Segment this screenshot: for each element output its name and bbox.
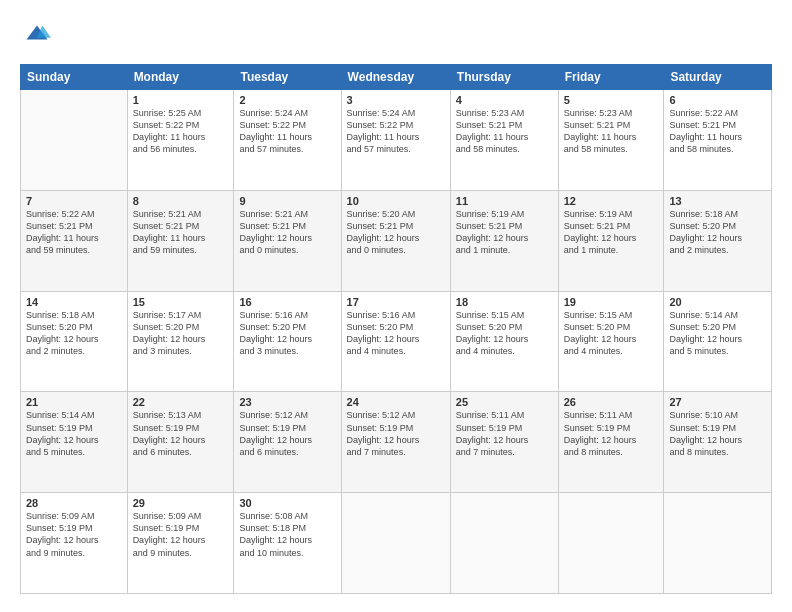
day-info: Sunrise: 5:13 AM Sunset: 5:19 PM Dayligh… <box>133 409 229 458</box>
day-number: 22 <box>133 396 229 408</box>
weekday-header-tuesday: Tuesday <box>234 65 341 90</box>
day-number: 27 <box>669 396 766 408</box>
week-row-5: 28Sunrise: 5:09 AM Sunset: 5:19 PM Dayli… <box>21 493 772 594</box>
header <box>20 18 772 54</box>
day-number: 26 <box>564 396 659 408</box>
day-number: 1 <box>133 94 229 106</box>
day-info: Sunrise: 5:19 AM Sunset: 5:21 PM Dayligh… <box>456 208 553 257</box>
weekday-header-thursday: Thursday <box>450 65 558 90</box>
calendar-cell: 29Sunrise: 5:09 AM Sunset: 5:19 PM Dayli… <box>127 493 234 594</box>
day-number: 24 <box>347 396 445 408</box>
calendar-cell: 28Sunrise: 5:09 AM Sunset: 5:19 PM Dayli… <box>21 493 128 594</box>
day-number: 13 <box>669 195 766 207</box>
weekday-header-saturday: Saturday <box>664 65 772 90</box>
week-row-4: 21Sunrise: 5:14 AM Sunset: 5:19 PM Dayli… <box>21 392 772 493</box>
calendar-cell: 1Sunrise: 5:25 AM Sunset: 5:22 PM Daylig… <box>127 90 234 191</box>
calendar-cell: 13Sunrise: 5:18 AM Sunset: 5:20 PM Dayli… <box>664 190 772 291</box>
page: SundayMondayTuesdayWednesdayThursdayFrid… <box>0 0 792 612</box>
calendar-cell: 3Sunrise: 5:24 AM Sunset: 5:22 PM Daylig… <box>341 90 450 191</box>
day-info: Sunrise: 5:12 AM Sunset: 5:19 PM Dayligh… <box>239 409 335 458</box>
calendar-cell: 30Sunrise: 5:08 AM Sunset: 5:18 PM Dayli… <box>234 493 341 594</box>
day-number: 10 <box>347 195 445 207</box>
weekday-header-row: SundayMondayTuesdayWednesdayThursdayFrid… <box>21 65 772 90</box>
day-number: 29 <box>133 497 229 509</box>
day-number: 30 <box>239 497 335 509</box>
calendar-cell: 5Sunrise: 5:23 AM Sunset: 5:21 PM Daylig… <box>558 90 664 191</box>
calendar-cell <box>558 493 664 594</box>
weekday-header-wednesday: Wednesday <box>341 65 450 90</box>
calendar-cell: 20Sunrise: 5:14 AM Sunset: 5:20 PM Dayli… <box>664 291 772 392</box>
day-number: 17 <box>347 296 445 308</box>
calendar-cell <box>450 493 558 594</box>
day-info: Sunrise: 5:11 AM Sunset: 5:19 PM Dayligh… <box>564 409 659 458</box>
day-info: Sunrise: 5:16 AM Sunset: 5:20 PM Dayligh… <box>347 309 445 358</box>
day-number: 6 <box>669 94 766 106</box>
calendar-table: SundayMondayTuesdayWednesdayThursdayFrid… <box>20 64 772 594</box>
day-number: 15 <box>133 296 229 308</box>
calendar-cell: 17Sunrise: 5:16 AM Sunset: 5:20 PM Dayli… <box>341 291 450 392</box>
calendar-cell: 2Sunrise: 5:24 AM Sunset: 5:22 PM Daylig… <box>234 90 341 191</box>
weekday-header-friday: Friday <box>558 65 664 90</box>
calendar-cell: 16Sunrise: 5:16 AM Sunset: 5:20 PM Dayli… <box>234 291 341 392</box>
day-info: Sunrise: 5:19 AM Sunset: 5:21 PM Dayligh… <box>564 208 659 257</box>
day-info: Sunrise: 5:09 AM Sunset: 5:19 PM Dayligh… <box>26 510 122 559</box>
calendar-cell: 24Sunrise: 5:12 AM Sunset: 5:19 PM Dayli… <box>341 392 450 493</box>
day-info: Sunrise: 5:24 AM Sunset: 5:22 PM Dayligh… <box>239 107 335 156</box>
calendar-cell: 27Sunrise: 5:10 AM Sunset: 5:19 PM Dayli… <box>664 392 772 493</box>
day-info: Sunrise: 5:23 AM Sunset: 5:21 PM Dayligh… <box>456 107 553 156</box>
calendar-cell <box>664 493 772 594</box>
day-info: Sunrise: 5:21 AM Sunset: 5:21 PM Dayligh… <box>133 208 229 257</box>
day-number: 2 <box>239 94 335 106</box>
calendar-cell: 11Sunrise: 5:19 AM Sunset: 5:21 PM Dayli… <box>450 190 558 291</box>
day-info: Sunrise: 5:21 AM Sunset: 5:21 PM Dayligh… <box>239 208 335 257</box>
calendar-cell: 4Sunrise: 5:23 AM Sunset: 5:21 PM Daylig… <box>450 90 558 191</box>
day-number: 11 <box>456 195 553 207</box>
calendar-cell: 7Sunrise: 5:22 AM Sunset: 5:21 PM Daylig… <box>21 190 128 291</box>
day-info: Sunrise: 5:22 AM Sunset: 5:21 PM Dayligh… <box>669 107 766 156</box>
day-number: 7 <box>26 195 122 207</box>
day-info: Sunrise: 5:24 AM Sunset: 5:22 PM Dayligh… <box>347 107 445 156</box>
calendar-cell <box>341 493 450 594</box>
calendar-cell: 23Sunrise: 5:12 AM Sunset: 5:19 PM Dayli… <box>234 392 341 493</box>
day-info: Sunrise: 5:23 AM Sunset: 5:21 PM Dayligh… <box>564 107 659 156</box>
day-number: 19 <box>564 296 659 308</box>
calendar-cell: 22Sunrise: 5:13 AM Sunset: 5:19 PM Dayli… <box>127 392 234 493</box>
calendar-cell <box>21 90 128 191</box>
day-info: Sunrise: 5:10 AM Sunset: 5:19 PM Dayligh… <box>669 409 766 458</box>
calendar-cell: 10Sunrise: 5:20 AM Sunset: 5:21 PM Dayli… <box>341 190 450 291</box>
day-info: Sunrise: 5:12 AM Sunset: 5:19 PM Dayligh… <box>347 409 445 458</box>
calendar-cell: 9Sunrise: 5:21 AM Sunset: 5:21 PM Daylig… <box>234 190 341 291</box>
day-info: Sunrise: 5:08 AM Sunset: 5:18 PM Dayligh… <box>239 510 335 559</box>
week-row-2: 7Sunrise: 5:22 AM Sunset: 5:21 PM Daylig… <box>21 190 772 291</box>
calendar-cell: 19Sunrise: 5:15 AM Sunset: 5:20 PM Dayli… <box>558 291 664 392</box>
weekday-header-monday: Monday <box>127 65 234 90</box>
calendar-cell: 12Sunrise: 5:19 AM Sunset: 5:21 PM Dayli… <box>558 190 664 291</box>
day-info: Sunrise: 5:15 AM Sunset: 5:20 PM Dayligh… <box>456 309 553 358</box>
calendar-cell: 8Sunrise: 5:21 AM Sunset: 5:21 PM Daylig… <box>127 190 234 291</box>
calendar-cell: 21Sunrise: 5:14 AM Sunset: 5:19 PM Dayli… <box>21 392 128 493</box>
day-info: Sunrise: 5:14 AM Sunset: 5:19 PM Dayligh… <box>26 409 122 458</box>
day-info: Sunrise: 5:15 AM Sunset: 5:20 PM Dayligh… <box>564 309 659 358</box>
weekday-header-sunday: Sunday <box>21 65 128 90</box>
day-number: 20 <box>669 296 766 308</box>
day-number: 14 <box>26 296 122 308</box>
day-number: 4 <box>456 94 553 106</box>
calendar-cell: 26Sunrise: 5:11 AM Sunset: 5:19 PM Dayli… <box>558 392 664 493</box>
day-info: Sunrise: 5:20 AM Sunset: 5:21 PM Dayligh… <box>347 208 445 257</box>
day-number: 3 <box>347 94 445 106</box>
calendar-cell: 14Sunrise: 5:18 AM Sunset: 5:20 PM Dayli… <box>21 291 128 392</box>
day-number: 12 <box>564 195 659 207</box>
day-number: 9 <box>239 195 335 207</box>
day-info: Sunrise: 5:18 AM Sunset: 5:20 PM Dayligh… <box>26 309 122 358</box>
day-info: Sunrise: 5:14 AM Sunset: 5:20 PM Dayligh… <box>669 309 766 358</box>
day-info: Sunrise: 5:25 AM Sunset: 5:22 PM Dayligh… <box>133 107 229 156</box>
day-number: 23 <box>239 396 335 408</box>
calendar-cell: 15Sunrise: 5:17 AM Sunset: 5:20 PM Dayli… <box>127 291 234 392</box>
day-info: Sunrise: 5:16 AM Sunset: 5:20 PM Dayligh… <box>239 309 335 358</box>
day-number: 16 <box>239 296 335 308</box>
day-info: Sunrise: 5:22 AM Sunset: 5:21 PM Dayligh… <box>26 208 122 257</box>
logo-icon <box>23 22 51 50</box>
day-number: 5 <box>564 94 659 106</box>
day-number: 8 <box>133 195 229 207</box>
day-info: Sunrise: 5:11 AM Sunset: 5:19 PM Dayligh… <box>456 409 553 458</box>
